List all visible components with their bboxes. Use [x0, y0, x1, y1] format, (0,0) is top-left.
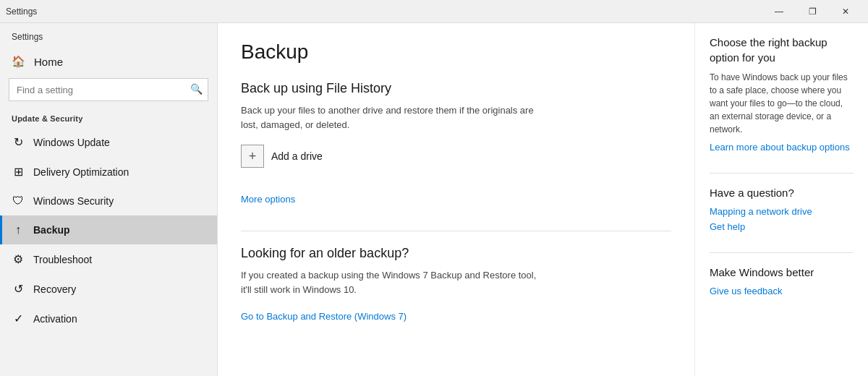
delivery-optimization-icon: ⊞	[12, 165, 25, 179]
sidebar-item-label: Backup	[33, 224, 70, 236]
close-button[interactable]: ✕	[829, 0, 862, 23]
search-input[interactable]	[9, 78, 208, 101]
titlebar-controls: — ❐ ✕	[762, 0, 862, 23]
sidebar-item-windows-update[interactable]: ↻ Windows Update	[0, 127, 217, 157]
file-history-section: Back up using File History Back up your …	[241, 81, 671, 225]
choose-backup-title: Choose the right backup option for you	[710, 35, 854, 65]
sidebar-item-label: Windows Update	[33, 137, 110, 148]
home-icon: 🏠	[12, 55, 25, 68]
go-to-backup-restore-link[interactable]: Go to Backup and Restore (Windows 7)	[241, 311, 407, 322]
sidebar-section-title: Update & Security	[0, 107, 217, 127]
right-divider-2	[710, 252, 854, 253]
titlebar: Settings — ❐ ✕	[0, 0, 868, 23]
app-body: Settings 🏠 Home 🔍 Update & Security ↻ Wi…	[0, 23, 868, 376]
content-area: Backup Back up using File History Back u…	[218, 23, 868, 376]
have-question-section: Have a question? Mapping a network drive…	[710, 185, 854, 232]
sidebar-home-label: Home	[34, 56, 63, 68]
add-drive-label: Add a drive	[271, 150, 323, 162]
backup-icon: ↑	[12, 223, 25, 236]
more-options-link[interactable]: More options	[241, 194, 295, 205]
plus-icon: +	[241, 145, 264, 168]
older-backup-description: If you created a backup using the Window…	[241, 268, 545, 296]
activation-icon: ✓	[12, 312, 25, 325]
file-history-description: Back up your files to another drive and …	[241, 103, 545, 132]
give-feedback-link[interactable]: Give us feedback	[710, 286, 854, 296]
sidebar-item-activation[interactable]: ✓ Activation	[0, 304, 217, 333]
windows-security-icon: 🛡	[12, 195, 25, 208]
sidebar-item-backup[interactable]: ↑ Backup	[0, 215, 217, 244]
main-content: Backup Back up using File History Back u…	[218, 23, 694, 376]
recovery-icon: ↺	[12, 282, 25, 296]
sidebar-item-label: Activation	[33, 313, 77, 325]
choose-backup-section: Choose the right backup option for you T…	[710, 35, 854, 153]
choose-backup-description: To have Windows back up your files to a …	[710, 71, 854, 136]
add-drive-button[interactable]: + Add a drive	[241, 142, 323, 171]
titlebar-title: Settings	[6, 7, 37, 17]
make-windows-better-title: Make Windows better	[710, 265, 854, 280]
section-divider	[241, 231, 671, 231]
make-windows-better-section: Make Windows better Give us feedback	[710, 265, 854, 296]
have-question-title: Have a question?	[710, 185, 854, 200]
sidebar-item-recovery[interactable]: ↺ Recovery	[0, 274, 217, 304]
sidebar-item-label: Delivery Optimization	[33, 166, 129, 178]
sidebar-item-windows-security[interactable]: 🛡 Windows Security	[0, 187, 217, 215]
sidebar-item-delivery-optimization[interactable]: ⊞ Delivery Optimization	[0, 157, 217, 187]
older-backup-title: Looking for an older backup?	[241, 246, 671, 261]
older-backup-section: Looking for an older backup? If you crea…	[241, 246, 671, 322]
restore-button[interactable]: ❐	[796, 0, 829, 23]
sidebar-item-label: Troubleshoot	[33, 254, 92, 265]
sidebar-search: 🔍	[9, 78, 208, 101]
minimize-button[interactable]: —	[762, 0, 796, 23]
right-divider-1	[710, 173, 854, 174]
mapping-network-drive-link[interactable]: Mapping a network drive	[710, 206, 854, 217]
sidebar-item-troubleshoot[interactable]: ⚙ Troubleshoot	[0, 244, 217, 274]
page-title: Backup	[241, 40, 671, 64]
sidebar-home-item[interactable]: 🏠 Home	[0, 48, 217, 75]
file-history-title: Back up using File History	[241, 81, 671, 96]
sidebar: Settings 🏠 Home 🔍 Update & Security ↻ Wi…	[0, 23, 218, 376]
sidebar-item-label: Windows Security	[33, 195, 114, 207]
troubleshoot-icon: ⚙	[12, 252, 25, 266]
right-panel: Choose the right backup option for you T…	[694, 23, 868, 376]
get-help-link[interactable]: Get help	[710, 221, 854, 232]
sidebar-item-label: Recovery	[33, 283, 76, 295]
windows-update-icon: ↻	[12, 135, 25, 149]
learn-more-link[interactable]: Learn more about backup options	[710, 142, 854, 153]
sidebar-app-title: Settings	[0, 23, 217, 48]
